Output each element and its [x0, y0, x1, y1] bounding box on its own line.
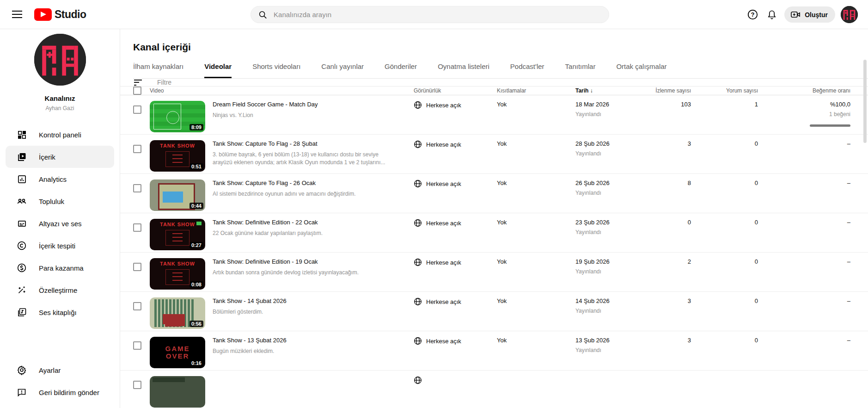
sidebar-item-content[interactable]: İçerik [6, 146, 114, 168]
row-checkbox[interactable] [133, 302, 141, 310]
video-thumbnail[interactable]: 0:56 [150, 297, 205, 329]
sidebar-item-subtitles[interactable]: Altyazı ve ses [6, 212, 114, 235]
like-rate-cell: %100,0 1 beğeni [758, 101, 850, 127]
duration-badge: 0:44 [189, 203, 203, 209]
svg-text:?: ? [751, 11, 754, 18]
visibility-cell[interactable]: Herkese açık [414, 297, 497, 306]
video-thumbnail[interactable]: 8:09 [150, 101, 205, 132]
video-thumbnail[interactable]: TANK SHOW 0:08 [150, 258, 205, 290]
date-cell: 23 Şub 2026 Yayınlandı [575, 219, 645, 235]
tab-inspiration[interactable]: İlham kaynakları [133, 62, 183, 78]
sidebar-item-community[interactable]: Topluluk [6, 190, 114, 212]
globe-public-icon [414, 297, 422, 306]
duration-badge: 0:51 [189, 163, 203, 170]
youtube-studio-logo[interactable]: Studio [34, 8, 86, 21]
tab-promotions[interactable]: Tanıtımlar [565, 62, 596, 78]
row-checkbox[interactable] [133, 184, 141, 192]
search-bar[interactable] [251, 6, 609, 23]
video-thumbnail[interactable]: TANK SHOW 0:51 [150, 140, 205, 172]
main-content: Kanal içeriği İlham kaynakları Videolar … [120, 29, 868, 408]
globe-public-icon [414, 219, 422, 227]
video-title[interactable]: Tank Show: Definitive Edition - 19 Ocak [213, 258, 414, 266]
filter-icon[interactable] [134, 80, 142, 86]
table-row[interactable]: TANK SHOW 0:27 Tank Show: Definitive Edi… [120, 213, 868, 253]
filter-input[interactable]: Filtre [157, 79, 171, 86]
tab-podcasts[interactable]: Podcast'ler [510, 62, 544, 78]
visibility-cell[interactable] [414, 376, 497, 384]
table-row[interactable]: GAME OVER 0:16 Tank Show - 13 Şubat 2026… [120, 331, 868, 371]
row-checkbox[interactable] [133, 105, 141, 114]
like-rate-cell: – [758, 140, 850, 147]
sidebar-item-dashboard[interactable]: Kontrol paneli [6, 124, 114, 146]
vertical-scrollbar[interactable] [863, 60, 867, 143]
table-row[interactable]: TANK SHOW 0:08 Tank Show: Definitive Edi… [120, 253, 868, 292]
visibility-cell[interactable]: Herkese açık [414, 179, 497, 188]
sidebar-item-audio-library[interactable]: Ses kitaplığı [6, 301, 114, 323]
video-thumbnail[interactable]: TANK SHOW 0:27 [150, 219, 205, 250]
views-cell: 3 [645, 337, 691, 344]
sidebar-item-copyright[interactable]: İçerik tespiti [6, 235, 114, 257]
tab-shorts[interactable]: Shorts videoları [252, 62, 300, 78]
video-title[interactable]: Tank Show - 14 Şubat 2026 [213, 297, 414, 305]
tab-videos[interactable]: Videolar [204, 62, 232, 78]
video-title[interactable]: Tank Show: Capture To Flag - 28 Şubat [213, 140, 414, 148]
visibility-cell[interactable]: Herkese açık [414, 140, 497, 148]
comments-cell: 1 [691, 101, 758, 108]
table-row[interactable] [120, 371, 868, 408]
visibility-cell[interactable]: Herkese açık [414, 337, 497, 345]
hamburger-menu-icon[interactable] [12, 11, 22, 18]
row-checkbox[interactable] [133, 223, 141, 232]
tab-live[interactable]: Canlı yayınlar [321, 62, 364, 78]
video-thumbnail[interactable] [150, 376, 205, 408]
help-icon[interactable]: ? [746, 8, 759, 22]
video-description: Ninjas vs. Y.Lion [213, 111, 397, 119]
row-checkbox[interactable] [133, 145, 141, 153]
sidebar-item-monetization[interactable]: Para kazanma [6, 257, 114, 279]
column-video: Video [150, 87, 213, 94]
views-cell: 103 [645, 101, 691, 108]
row-checkbox[interactable] [133, 381, 141, 389]
views-cell: 8 [645, 179, 691, 186]
video-title[interactable]: Tank Show - 13 Şubat 2026 [213, 337, 414, 344]
sidebar-item-settings[interactable]: Ayarlar [6, 359, 114, 381]
audio-library-icon [17, 307, 27, 317]
visibility-cell[interactable]: Herkese açık [414, 219, 497, 227]
tab-playlists[interactable]: Oynatma listeleri [438, 62, 489, 78]
comments-cell: 0 [691, 219, 758, 226]
sidebar-item-customization[interactable]: Özelleştirme [6, 279, 114, 301]
tab-collaborations[interactable]: Ortak çalışmalar [616, 62, 666, 78]
create-button[interactable]: Oluştur [784, 6, 835, 23]
row-checkbox[interactable] [133, 263, 141, 271]
table-row[interactable]: 0:56 Tank Show - 14 Şubat 2026 Bölümleri… [120, 292, 868, 331]
duration-badge: 0:27 [189, 242, 203, 248]
tab-posts[interactable]: Gönderiler [385, 62, 417, 78]
video-title[interactable]: Dream Field Soccer Game - Match Day [213, 101, 414, 108]
globe-public-icon [414, 337, 422, 345]
visibility-cell[interactable]: Herkese açık [414, 258, 497, 266]
column-date-sort[interactable]: Tarih ↓ [575, 87, 645, 94]
row-checkbox[interactable] [133, 341, 141, 350]
video-thumbnail[interactable]: GAME OVER 0:16 [150, 337, 205, 368]
account-avatar[interactable] [841, 6, 858, 23]
channel-avatar[interactable] [34, 34, 86, 86]
sidebar-item-send-feedback[interactable]: Geri bildirim gönder [6, 381, 114, 403]
video-title[interactable]: Tank Show: Definitive Edition - 22 Ocak [213, 219, 414, 226]
visibility-cell[interactable]: Herkese açık [414, 101, 497, 109]
video-title[interactable]: Tank Show: Capture To Flag - 26 Ocak [213, 179, 414, 187]
sidebar-nav: Kontrol paneli İçerik Analyti [0, 124, 120, 323]
table-row[interactable]: 8:09 Dream Field Soccer Game - Match Day… [120, 95, 868, 135]
video-thumbnail[interactable]: 0:44 [150, 179, 205, 211]
notifications-bell-icon[interactable] [765, 8, 779, 22]
channel-avatar-pixel-art [841, 6, 858, 23]
views-cell: 3 [645, 140, 691, 147]
select-all-checkbox[interactable] [133, 87, 141, 95]
gear-icon [17, 365, 27, 375]
table-row[interactable]: TANK SHOW 0:51 Tank Show: Capture To Fla… [120, 135, 868, 174]
duration-badge: 8:09 [189, 124, 203, 130]
table-row[interactable]: 0:44 Tank Show: Capture To Flag - 26 Oca… [120, 174, 868, 213]
video-table: 8:09 Dream Field Soccer Game - Match Day… [120, 95, 868, 408]
globe-public-icon [414, 140, 422, 148]
search-input[interactable] [274, 11, 601, 19]
date-cell: 28 Şub 2026 Yayınlandı [575, 140, 645, 157]
sidebar-item-analytics[interactable]: Analytics [6, 168, 114, 190]
